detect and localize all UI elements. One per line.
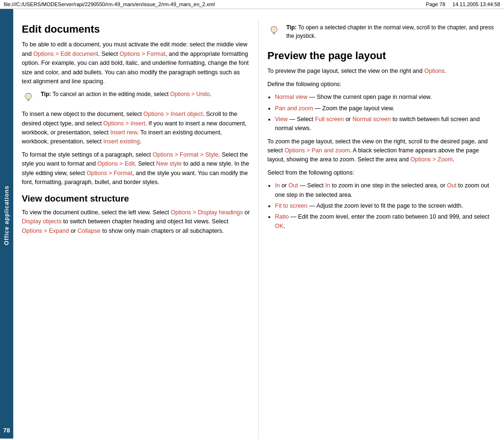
- svg-line-15: [271, 26, 272, 27]
- bullet-view: View — Select Full screen or Normal scre…: [275, 115, 495, 133]
- page-datetime: Page 78 14.11.2005 13:44:58: [426, 1, 500, 7]
- insert-existing-link[interactable]: Insert existing: [103, 138, 140, 145]
- options-format-link[interactable]: Options > Format: [120, 51, 166, 57]
- normal-screen-link[interactable]: Normal screen: [353, 116, 391, 123]
- options-format-style-link[interactable]: Options > Format > Style: [153, 151, 219, 158]
- tip-icon-1: [22, 91, 37, 106]
- full-screen-link[interactable]: Full screen: [315, 116, 344, 123]
- tip-box-1: Tip: To cancel an action in the editing …: [22, 90, 250, 106]
- in-link[interactable]: In: [275, 182, 280, 189]
- options-edit-link[interactable]: Options > Edit: [97, 160, 135, 167]
- define-options-label: Define the following options:: [267, 80, 495, 89]
- options-right-link[interactable]: Options: [424, 68, 444, 74]
- bullet-normal-view: Normal view — Show the current open page…: [275, 93, 495, 102]
- options-insert-obj-link[interactable]: Options > Insert object: [143, 111, 203, 117]
- out-link2[interactable]: Out: [447, 182, 456, 189]
- right-tip-icon: [267, 24, 283, 39]
- right-tip-box: Tip: To open a selected chapter in the n…: [267, 23, 495, 44]
- select-options-label: Select from the following options:: [267, 168, 495, 177]
- page-number: 78: [0, 422, 13, 439]
- svg-line-5: [26, 94, 26, 94]
- insert-new-link[interactable]: Insert new: [110, 129, 137, 136]
- edit-para1: To be able to edit a document, you must …: [22, 40, 250, 86]
- display-headings-link[interactable]: Options > Display headings: [171, 209, 243, 216]
- left-column: Edit documents To be able to edit a docu…: [13, 18, 259, 439]
- options-undo-link[interactable]: Options > Undo: [170, 91, 210, 97]
- svg-line-6: [31, 94, 31, 94]
- sidebar-label: Office applications: [3, 185, 10, 245]
- options-edit-doc-link[interactable]: Options > Edit document: [33, 51, 98, 57]
- in-link2[interactable]: In: [325, 182, 330, 189]
- options-format2-link[interactable]: Options > Format: [87, 170, 133, 176]
- right-column: Tip: To open a selected chapter in the n…: [259, 18, 504, 439]
- view-link[interactable]: View: [275, 116, 288, 123]
- tip1-text: Tip: To cancel an action in the editing …: [41, 90, 212, 98]
- new-style-link[interactable]: New style: [156, 160, 182, 167]
- options-zoom-link[interactable]: Options > Zoom: [410, 156, 452, 163]
- bullet-ratio: Ratio — Edit the zoom level, enter the z…: [275, 212, 495, 231]
- top-bar: file:///C:/USERS/MODEServer/rapi/2290550…: [0, 0, 504, 9]
- view-doc-para1: To view the document outline, select the…: [22, 208, 250, 236]
- content-area: Edit documents To be able to edit a docu…: [13, 9, 504, 439]
- filepath: file:///C:/USERS/MODEServer/rapi/2290550…: [4, 1, 215, 7]
- view-doc-structure-heading: View document structure: [22, 194, 250, 204]
- bullet-fit-screen: Fit to screen — Adjust the zoom level to…: [275, 202, 495, 211]
- left-sidebar: Office applications 78: [0, 9, 13, 439]
- edit-para3: To format the style settings of a paragr…: [22, 150, 250, 187]
- collapse-link[interactable]: Collapse: [78, 228, 101, 234]
- svg-point-9: [27, 95, 30, 98]
- edit-para2: To insert a new object to the document, …: [22, 110, 250, 147]
- preview-layout-heading: Preview the page layout: [267, 50, 495, 62]
- bullet-in-out: In or Out — Select In to zoom in one ste…: [275, 181, 495, 200]
- sidebar-label-area: Office applications: [0, 9, 13, 422]
- display-objects-link[interactable]: Display objects: [22, 218, 62, 225]
- svg-line-16: [276, 26, 277, 27]
- options-insert-link[interactable]: Options > Insert: [103, 120, 145, 127]
- zoom-para: To zoom the page layout, select the view…: [267, 137, 495, 165]
- main-layout: Office applications 78 Edit documents To…: [0, 9, 504, 439]
- out-link[interactable]: Out: [289, 182, 298, 189]
- ratio-link[interactable]: Ratio: [275, 213, 289, 220]
- ok-link[interactable]: OK: [275, 223, 283, 229]
- bullet-pan-zoom: Pan and zoom — Zoom the page layout view…: [275, 104, 495, 113]
- preview-para1: To preview the page layout, select the v…: [267, 67, 495, 76]
- right-tip-text: Tip: To open a selected chapter in the n…: [286, 23, 495, 40]
- options-pan-zoom-link[interactable]: Options > Pan and zoom: [284, 147, 350, 154]
- pan-zoom-link[interactable]: Pan and zoom: [275, 105, 313, 112]
- edit-documents-heading: Edit documents: [22, 23, 250, 35]
- normal-view-link[interactable]: Normal view: [275, 94, 308, 100]
- options-expand-link[interactable]: Options > Expand: [22, 228, 69, 234]
- two-column-layout: Edit documents To be able to edit a docu…: [13, 9, 504, 439]
- svg-point-19: [273, 28, 276, 31]
- preview-bullets-1: Normal view — Show the current open page…: [275, 93, 495, 133]
- fit-screen-link[interactable]: Fit to screen: [275, 202, 308, 209]
- preview-bullets-2: In or Out — Select In to zoom in one ste…: [275, 181, 495, 231]
